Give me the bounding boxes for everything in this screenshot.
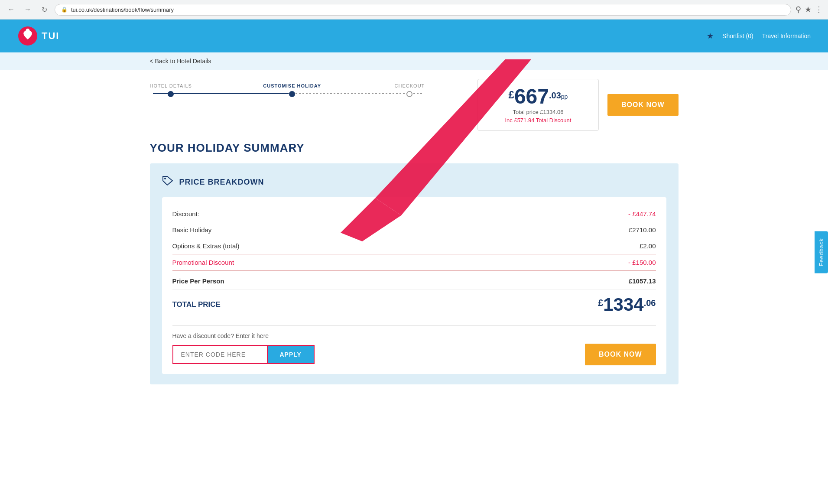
breakdown-title: PRICE BREAKDOWN: [179, 178, 264, 187]
header-nav: ★ Shortlist (0) Travel Information: [707, 31, 811, 41]
table-row: Discount: - £447.74: [172, 206, 656, 222]
address-bar[interactable]: 🔒 tui.co.uk/destinations/book/flow/summa…: [55, 4, 791, 16]
svg-point-1: [26, 29, 29, 32]
tui-logo: TUI: [17, 26, 59, 46]
discount-code-input[interactable]: [172, 345, 268, 364]
menu-icon[interactable]: ⋮: [815, 5, 823, 14]
price-table: Discount: - £447.74 Basic Holiday £2710.…: [162, 197, 666, 374]
book-now-button-bottom[interactable]: BOOK NOW: [585, 344, 656, 365]
progress-steps: HOTEL DETAILS CUSTOMISE HOLIDAY CHECKOUT: [150, 83, 427, 97]
discount-row: APPLY BOOK NOW: [172, 344, 656, 365]
row-label: Basic Holiday: [172, 226, 212, 234]
table-row-promo: Promotional Discount - £150.00: [172, 254, 656, 271]
price-decimal: .03: [549, 91, 561, 101]
breakdown-header: PRICE BREAKDOWN: [162, 176, 666, 189]
total-price-value: £ 1334 .06: [598, 296, 656, 314]
total-price-label: TOTAL PRICE: [172, 300, 221, 309]
lock-icon: 🔒: [61, 7, 68, 13]
row-label: Options & Extras (total): [172, 242, 240, 250]
book-now-button-top[interactable]: BOOK NOW: [607, 94, 679, 116]
apply-button[interactable]: APPLY: [268, 345, 315, 364]
total-currency: £: [598, 297, 603, 309]
sub-header: < Back to Hotel Details: [0, 52, 828, 70]
browser-forward[interactable]: →: [22, 3, 34, 16]
total-amount-large: 1334: [603, 296, 643, 314]
price-currency: £: [509, 89, 514, 101]
price-large: 667: [514, 86, 549, 107]
table-row: Options & Extras (total) £2.00: [172, 238, 656, 254]
price-discount-label: Inc £571.94 Total Discount: [487, 117, 590, 124]
step-label-hotel: HOTEL DETAILS: [150, 83, 192, 88]
svg-point-2: [164, 178, 166, 179]
tui-logo-text: TUI: [42, 30, 59, 42]
steps-row: HOTEL DETAILS CUSTOMISE HOLIDAY CHECKOUT: [150, 83, 427, 97]
discount-input-group: APPLY: [172, 345, 315, 364]
table-row: Basic Holiday £2710.00: [172, 222, 656, 238]
discount-code-label: Have a discount code? Enter it here: [172, 332, 656, 339]
row-value-promo: - £150.00: [628, 259, 656, 266]
browser-chrome: ← → ↻ 🔒 tui.co.uk/destinations/book/flow…: [0, 0, 828, 20]
step-hotel-details: HOTEL DETAILS: [150, 83, 192, 97]
browser-refresh[interactable]: ↻: [38, 3, 50, 16]
step-label-checkout: CHECKOUT: [395, 83, 425, 88]
main-content: HOTEL DETAILS CUSTOMISE HOLIDAY CHECKOUT: [133, 70, 696, 393]
row-label-promo: Promotional Discount: [172, 259, 234, 266]
row-label: Discount:: [172, 210, 200, 218]
step-dot-customise: [289, 91, 295, 97]
tui-logo-icon: [17, 26, 38, 46]
total-price-row: TOTAL PRICE £ 1334 .06: [172, 289, 656, 316]
browser-back[interactable]: ←: [5, 3, 17, 16]
step-checkout: CHECKOUT: [392, 83, 427, 97]
shortlist-link[interactable]: Shortlist (0): [722, 33, 753, 39]
discount-code-section: Have a discount code? Enter it here APPL…: [172, 325, 656, 365]
step-dot-checkout: [406, 91, 412, 97]
star-icon[interactable]: ★: [805, 5, 812, 14]
tui-header: TUI ★ Shortlist (0) Travel Information: [0, 20, 828, 52]
back-to-hotel-link[interactable]: < Back to Hotel Details: [150, 58, 679, 65]
row-value: £2.00: [640, 242, 656, 250]
step-customise: CUSTOMISE HOLIDAY: [263, 83, 321, 97]
per-person-label: Price Per Person: [172, 277, 224, 285]
progress-bar: HOTEL DETAILS CUSTOMISE HOLIDAY CHECKOUT: [150, 79, 477, 97]
price-box: £ 667 .03 pp Total price £1334.06 Inc £5…: [477, 79, 599, 131]
price-total: Total price £1334.06: [487, 109, 590, 115]
total-amount-decimal: .06: [644, 298, 656, 308]
price-pp: pp: [561, 93, 568, 100]
browser-actions: ⚲ ★ ⋮: [796, 5, 823, 14]
travel-info-link[interactable]: Travel Information: [762, 33, 811, 39]
table-row-per-person: Price Per Person £1057.13: [172, 271, 656, 289]
feedback-tab[interactable]: Feedback: [815, 231, 828, 273]
step-label-customise: CUSTOMISE HOLIDAY: [263, 83, 321, 88]
row-value: £2710.00: [629, 226, 656, 234]
step-dot-hotel: [168, 91, 174, 97]
search-icon[interactable]: ⚲: [796, 5, 801, 14]
row-value: - £447.74: [628, 210, 656, 218]
shortlist-star-icon: ★: [707, 31, 714, 41]
url-text: tui.co.uk/destinations/book/flow/summary: [71, 7, 174, 13]
page-title: YOUR HOLIDAY SUMMARY: [150, 141, 679, 155]
price-display: £ 667 .03 pp: [487, 86, 590, 107]
per-person-value: £1057.13: [629, 277, 656, 285]
tag-icon: [162, 176, 174, 189]
top-row: HOTEL DETAILS CUSTOMISE HOLIDAY CHECKOUT: [150, 79, 679, 131]
breakdown-section: PRICE BREAKDOWN Discount: - £447.74 Basi…: [150, 163, 679, 384]
price-box-container: £ 667 .03 pp Total price £1334.06 Inc £5…: [477, 79, 679, 131]
